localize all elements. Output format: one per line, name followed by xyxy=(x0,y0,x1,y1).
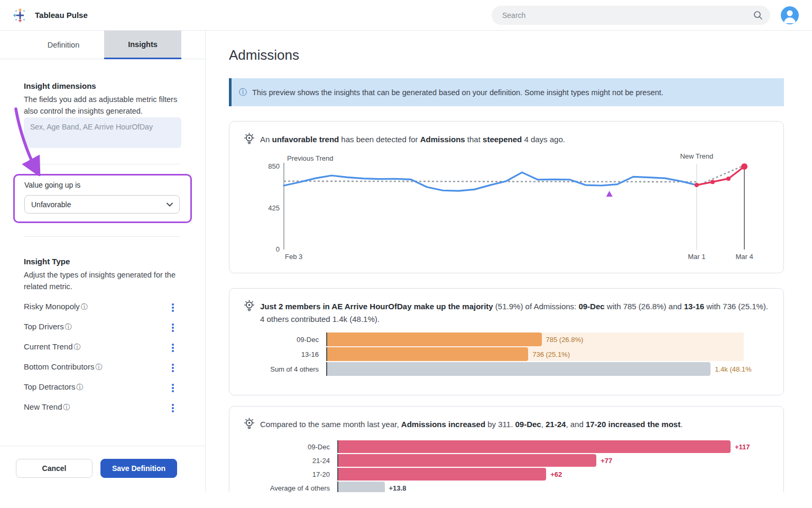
text-segment: An xyxy=(260,135,272,144)
bar-value-label: +62 xyxy=(550,470,562,478)
bar-row: Sum of 4 others1.4k (48.1% xyxy=(244,362,773,376)
bar[interactable] xyxy=(338,454,596,467)
kebab-menu-icon[interactable] xyxy=(168,342,178,354)
bar[interactable] xyxy=(327,347,528,361)
bar-plot-area: 1.4k (48.1% xyxy=(326,362,772,376)
cancel-button[interactable]: Cancel xyxy=(16,459,93,478)
text-segment: 13-16 xyxy=(684,302,704,311)
search-icon[interactable] xyxy=(753,11,763,20)
insight-type-description: Adjust the types of insights generated f… xyxy=(24,269,183,292)
value-direction-select[interactable]: Unfavorable xyxy=(24,195,180,214)
bar-plot-area: +77 xyxy=(337,454,771,467)
kebab-menu-icon[interactable] xyxy=(168,402,178,414)
text-segment: . xyxy=(680,420,682,429)
bar-row: 09-Dec785 (26.8%) xyxy=(244,332,773,346)
insight-type-row: Current Trendⓘ xyxy=(0,338,205,358)
user-avatar[interactable] xyxy=(781,6,799,24)
tableau-pulse-app: Tableau Pulse Definition Insights Insigh… xyxy=(0,0,812,508)
bar[interactable] xyxy=(327,362,710,376)
divider xyxy=(0,446,205,446)
insight-type-row: Top Detractorsⓘ xyxy=(0,378,205,398)
bar-value-label: 1.4k (48.1% xyxy=(715,365,751,373)
bar-plot-area: 736 (25.1%) xyxy=(326,347,772,361)
bar-value-label: +117 xyxy=(735,443,750,451)
sidebar-tabs: Definition Insights xyxy=(0,31,205,59)
info-icon[interactable]: ⓘ xyxy=(77,383,84,391)
search-input[interactable] xyxy=(502,6,745,25)
flag-marker-icon xyxy=(606,191,613,197)
search-bar[interactable] xyxy=(492,6,770,25)
y-axis-tick: 425 xyxy=(268,204,280,212)
text-segment: steepened xyxy=(483,135,522,144)
x-axis-label: Mar 1 xyxy=(688,253,705,261)
text-segment: Admissions xyxy=(420,135,465,144)
new-trend-label: New Trend xyxy=(680,152,713,160)
bar[interactable] xyxy=(327,332,542,346)
bar[interactable] xyxy=(338,440,731,453)
bar-category-label: Average of 4 others xyxy=(244,484,337,492)
kebab-menu-icon[interactable] xyxy=(168,322,178,334)
text-segment: 17-20 increased the most xyxy=(586,420,680,429)
tab-insights[interactable]: Insights xyxy=(104,31,181,59)
viewport-cutoff xyxy=(0,492,812,508)
bar-plot-area: +62 xyxy=(337,468,771,481)
insight-type-list: Risky MonopolyⓘTop DriversⓘCurrent Trend… xyxy=(0,298,205,418)
text-segment: unfavorable trend xyxy=(272,135,339,144)
bar-row: 17-20+62 xyxy=(244,468,773,481)
insight-type-label: Current Trendⓘ xyxy=(24,342,81,352)
info-icon[interactable]: ⓘ xyxy=(74,343,81,351)
kebab-menu-icon[interactable] xyxy=(168,362,178,374)
yoy-bar-chart: 09-Dec+11721-24+7717-20+62Average of 4 o… xyxy=(244,440,773,494)
dimensions-field[interactable]: Sex, Age Band, AE Arrive HourOfDay xyxy=(24,117,181,148)
insight-text: Compared to the same month last year, Ad… xyxy=(260,418,769,431)
info-banner: ⓘ This preview shows the insights that c… xyxy=(229,78,784,106)
insight-type-row: Bottom Contributorsⓘ xyxy=(0,358,205,378)
bar-row: 13-16736 (25.1%) xyxy=(244,347,773,361)
bar[interactable] xyxy=(338,468,546,481)
insights-preview-pane: Admissions ⓘ This preview shows the insi… xyxy=(206,31,812,508)
bar-plot-area: 785 (26.8%) xyxy=(326,332,772,346)
info-icon[interactable]: ⓘ xyxy=(63,403,70,411)
text-segment: with 785 (26.8%) and xyxy=(605,302,684,311)
info-icon[interactable]: ⓘ xyxy=(65,323,72,331)
y-axis-tick: 0 xyxy=(276,245,280,253)
text-segment: Admissions increased xyxy=(401,420,485,429)
bar-row: 21-24+77 xyxy=(244,454,773,467)
insight-type-heading: Insight Type xyxy=(24,257,70,266)
insight-detection-icon xyxy=(244,300,255,311)
x-axis-label: Mar 4 xyxy=(735,253,753,261)
page-title: Admissions xyxy=(229,47,299,63)
insight-detection-icon xyxy=(244,133,255,144)
insight-card-trend: An unfavorable trend has been detected f… xyxy=(229,121,784,273)
top-bar: Tableau Pulse xyxy=(0,0,812,31)
bar-value-label: +77 xyxy=(601,457,612,465)
person-icon xyxy=(781,6,799,24)
bar-plot-area: +117 xyxy=(337,440,771,453)
divider xyxy=(24,236,180,237)
chevron-down-icon xyxy=(167,202,173,207)
series-point xyxy=(695,183,699,187)
bar-row: 09-Dec+117 xyxy=(244,440,773,453)
kebab-menu-icon[interactable] xyxy=(168,382,178,394)
bar-category-label: 21-24 xyxy=(244,457,337,465)
series-point xyxy=(741,163,748,170)
tab-definition[interactable]: Definition xyxy=(24,31,103,59)
insight-type-label: Top Driversⓘ xyxy=(24,322,72,332)
majority-bar-chart: 09-Dec785 (26.8%)13-16736 (25.1%)Sum of … xyxy=(244,332,773,376)
insight-detection-icon xyxy=(244,418,255,429)
value-direction-label: Value going up is xyxy=(24,181,80,189)
bar-category-label: Sum of 4 others xyxy=(244,365,326,373)
bar-category-label: 17-20 xyxy=(244,470,337,478)
kebab-menu-icon[interactable] xyxy=(168,302,178,313)
info-icon[interactable]: ⓘ xyxy=(95,363,102,371)
text-segment: 09-Dec xyxy=(578,302,604,311)
text-segment: has been detected for xyxy=(339,135,420,144)
save-definition-button[interactable]: Save Definition xyxy=(100,459,177,478)
value-direction-selected: Unfavorable xyxy=(31,200,167,209)
text-segment: , xyxy=(541,420,546,429)
info-icon: ⓘ xyxy=(239,87,247,97)
insight-card-majority: Just 2 members in AE Arrive HourOfDay ma… xyxy=(229,288,784,395)
info-icon[interactable]: ⓘ xyxy=(81,303,88,311)
bar-category-label: 09-Dec xyxy=(244,443,337,451)
app-title: Tableau Pulse xyxy=(35,11,88,20)
